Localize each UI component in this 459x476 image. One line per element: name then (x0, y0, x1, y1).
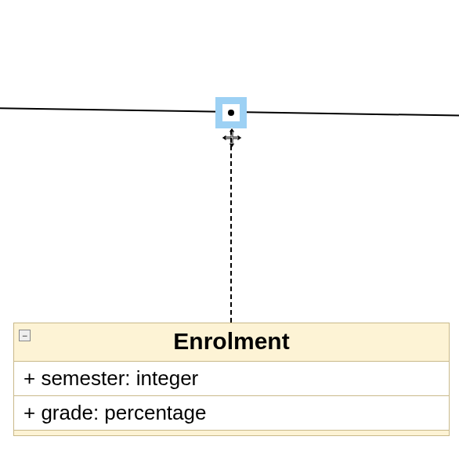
minus-icon: − (22, 331, 27, 341)
class-operations-empty (14, 430, 449, 435)
class-attribute[interactable]: + semester: integer (14, 362, 449, 396)
uml-class-box[interactable]: − Enrolment + semester: integer + grade:… (13, 323, 450, 436)
collapse-button[interactable]: − (19, 330, 31, 341)
connection-point-icon[interactable] (228, 110, 234, 116)
diagram-canvas[interactable]: − Enrolment + semester: integer + grade:… (0, 0, 459, 476)
move-cursor-icon (222, 128, 242, 148)
class-attribute[interactable]: + grade: percentage (14, 396, 449, 430)
class-attributes: + semester: integer + grade: percentage (14, 362, 449, 430)
dashed-connector (230, 130, 232, 323)
class-header: − Enrolment (14, 323, 449, 362)
class-name: Enrolment (173, 328, 289, 354)
